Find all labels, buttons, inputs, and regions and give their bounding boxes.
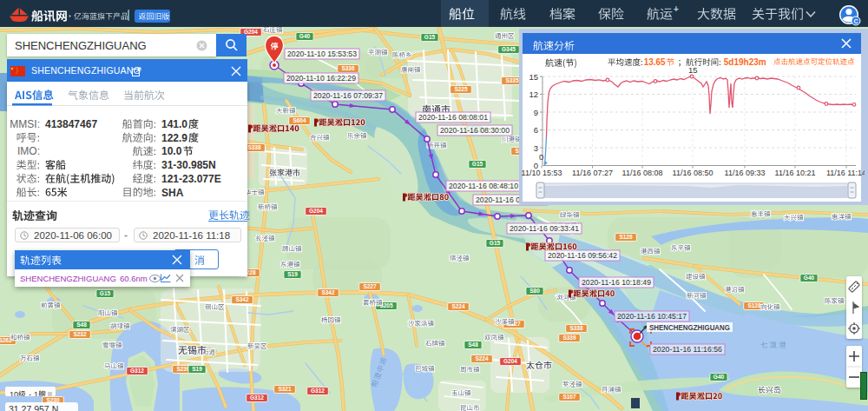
svg-text:13.65: 13.65	[644, 57, 666, 67]
svg-text:S342: S342	[321, 289, 335, 295]
svg-text:S80: S80	[529, 288, 540, 294]
svg-text:S342: S342	[235, 296, 249, 302]
svg-text:G345: G345	[502, 46, 516, 52]
svg-text:G15: G15	[472, 161, 483, 167]
svg-text:2020-11-10 15:53:53: 2020-11-10 15:53:53	[287, 50, 357, 58]
svg-text:C: C	[853, 18, 858, 24]
svg-text:S338: S338	[247, 144, 261, 150]
svg-text:2020-11-16 08:48:10: 2020-11-16 08:48:10	[449, 182, 518, 190]
svg-text:11/10 15:53: 11/10 15:53	[522, 169, 562, 177]
svg-text:S128: S128	[747, 302, 761, 308]
svg-text:G15: G15	[490, 240, 501, 246]
svg-text:G40: G40	[804, 275, 815, 281]
svg-text:5d19h23m: 5d19h23m	[724, 57, 766, 67]
svg-text:2020-11-16 11:16:56: 2020-11-16 11:16:56	[653, 345, 722, 354]
svg-text:S19: S19	[287, 271, 298, 277]
svg-text:2020-11-16 08:30:00: 2020-11-16 08:30:00	[440, 126, 510, 135]
svg-text:G40: G40	[713, 374, 725, 380]
svg-text:0: 0	[539, 152, 543, 162]
svg-text:S604: S604	[293, 117, 306, 123]
svg-text:S321: S321	[278, 386, 292, 392]
svg-text:9: 9	[534, 108, 538, 117]
svg-text:1: 1	[34, 390, 38, 396]
svg-text:10: 10	[10, 390, 18, 396]
svg-text:G204: G204	[309, 208, 323, 214]
svg-text:+: +	[674, 4, 679, 14]
svg-text:S224: S224	[475, 355, 489, 361]
svg-text:S225: S225	[454, 86, 468, 92]
svg-text:S335: S335	[505, 77, 519, 83]
svg-text:S338: S338	[569, 325, 583, 331]
svg-text:S48: S48	[76, 322, 87, 328]
svg-text:2020-11-16 10:18:49: 2020-11-16 10:18:49	[582, 278, 651, 287]
svg-text:S19: S19	[192, 366, 202, 372]
svg-text:S232: S232	[73, 331, 87, 337]
svg-text:G15: G15	[100, 290, 111, 296]
svg-text:-: -	[29, 390, 31, 396]
svg-text:2020-11-10 16:22:29: 2020-11-10 16:22:29	[286, 74, 356, 83]
svg-text:3: 3	[534, 143, 538, 153]
svg-text:15: 15	[688, 65, 698, 75]
svg-text:G312: G312	[130, 368, 144, 374]
svg-text:12: 12	[529, 89, 538, 99]
svg-text:2020-11-16 09:56:42: 2020-11-16 09:56:42	[548, 251, 617, 260]
svg-text:SHENCHENGZHIGUANG: SHENCHENGZHIGUANG	[649, 323, 730, 332]
svg-text:G312: G312	[311, 388, 325, 394]
svg-text:2020-11-16 07:09:37: 2020-11-16 07:09:37	[313, 91, 383, 100]
svg-text:G40: G40	[299, 33, 311, 39]
svg-text:G15: G15	[424, 34, 436, 40]
svg-text:2020-11-16 08:08:01: 2020-11-16 08:08:01	[418, 113, 488, 122]
svg-text:S336: S336	[341, 65, 355, 71]
svg-text:2020-11-16 10:45:17: 2020-11-16 10:45:17	[617, 312, 687, 321]
svg-text:S339: S339	[562, 335, 576, 341]
svg-text:G204: G204	[503, 358, 517, 364]
svg-text:11/16 09:33: 11/16 09:33	[725, 169, 766, 177]
svg-text:11/16 11:14: 11/16 11:14	[826, 169, 865, 177]
svg-text:11/16 10:21: 11/16 10:21	[775, 169, 816, 177]
svg-text:11/16 08:50: 11/16 08:50	[673, 169, 713, 177]
svg-text:S48: S48	[468, 341, 478, 348]
svg-text:S227: S227	[363, 283, 377, 289]
svg-text:2020-11-16 09:33:41: 2020-11-16 09:33:41	[510, 224, 579, 233]
svg-text:G312: G312	[250, 394, 264, 401]
svg-text:11/16 08:08: 11/16 08:08	[622, 169, 663, 177]
svg-text:S128: S128	[619, 234, 633, 240]
svg-text:15: 15	[529, 72, 538, 82]
svg-text:S107: S107	[562, 394, 576, 400]
svg-text:S224: S224	[451, 303, 465, 309]
svg-text:11/16 07:27: 11/16 07:27	[572, 169, 613, 177]
svg-text:6: 6	[534, 125, 538, 135]
